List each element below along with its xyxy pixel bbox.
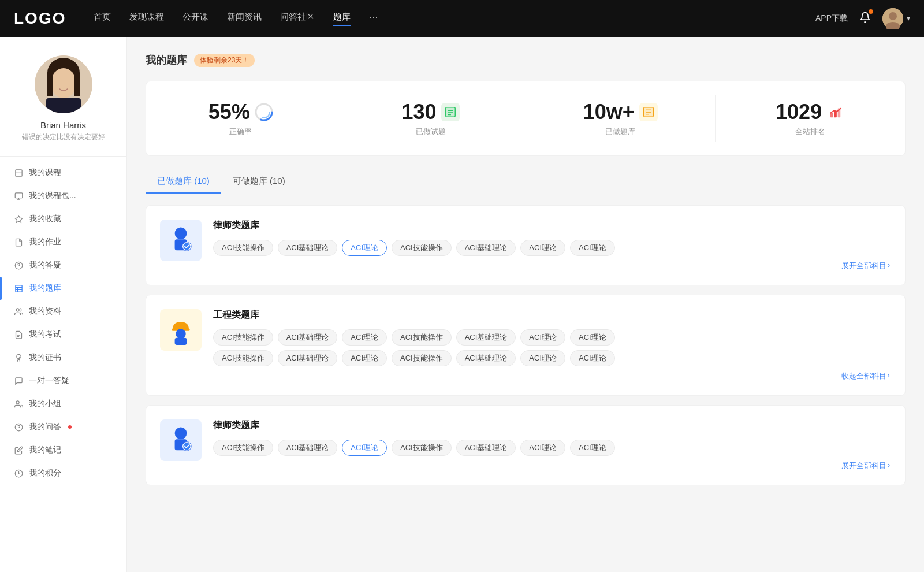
svg-point-32 bbox=[258, 106, 270, 118]
nav-question-bank[interactable]: 题库 bbox=[333, 12, 351, 26]
notification-bell[interactable] bbox=[859, 12, 871, 26]
tag-item[interactable]: ACI基础理论 bbox=[456, 329, 516, 346]
expand-chevron-icon-2: › bbox=[888, 460, 890, 471]
sidebar-item-questions[interactable]: 我的答疑 bbox=[0, 254, 126, 277]
sidebar-item-answers[interactable]: 我的问答 bbox=[0, 415, 126, 439]
user-avatar-wrapper[interactable]: ▾ bbox=[882, 8, 910, 29]
tag-item[interactable]: ACI基础理论 bbox=[456, 240, 516, 256]
exam-icon bbox=[14, 330, 23, 339]
tag-item[interactable]: ACI理论 bbox=[570, 240, 615, 256]
navbar-right: APP下载 ▾ bbox=[815, 8, 910, 29]
tag-item[interactable]: ACI理论 bbox=[520, 329, 565, 346]
tag-item[interactable]: ACI技能操作 bbox=[392, 329, 452, 346]
tag-item[interactable]: ACI理论 bbox=[570, 350, 615, 366]
tag-item-active[interactable]: ACI理论 bbox=[342, 240, 387, 256]
sidebar: Brian Harris 错误的决定比没有决定要好 我的课程 我的课程包... bbox=[0, 37, 127, 572]
answers-icon bbox=[14, 422, 23, 432]
expand-button-2[interactable]: 展开全部科目 › bbox=[213, 460, 891, 471]
svg-rect-12 bbox=[15, 192, 23, 198]
lawyer-icon-wrap-2 bbox=[160, 419, 202, 461]
tab-available[interactable]: 可做题库 (10) bbox=[221, 170, 297, 194]
tag-item[interactable]: ACI技能操作 bbox=[213, 440, 273, 456]
tab-done[interactable]: 已做题库 (10) bbox=[146, 170, 221, 194]
stat-top: 130 bbox=[402, 100, 460, 124]
favorites-icon bbox=[14, 214, 23, 224]
expand-button[interactable]: 展开全部科目 › bbox=[213, 261, 891, 271]
stats-bar: 55% 正确率 130 bbox=[146, 81, 906, 156]
tag-item[interactable]: ACI技能操作 bbox=[392, 240, 452, 256]
sidebar-item-one-on-one[interactable]: 一对一答疑 bbox=[0, 369, 126, 392]
card-body: 律师类题库 ACI技能操作 ACI基础理论 ACI理论 ACI技能操作 ACI基… bbox=[213, 419, 891, 471]
sidebar-item-points[interactable]: 我的积分 bbox=[0, 462, 126, 485]
tag-item[interactable]: ACI技能操作 bbox=[213, 240, 273, 256]
expand-chevron-icon: › bbox=[888, 261, 890, 271]
stat-ranking-value: 1029 bbox=[776, 100, 822, 124]
expand-label-2: 展开全部科目 bbox=[841, 460, 886, 471]
qbank-list: 律师类题库 ACI技能操作 ACI基础理论 ACI理论 ACI技能操作 ACI基… bbox=[146, 205, 906, 495]
card-body: 律师类题库 ACI技能操作 ACI基础理论 ACI理论 ACI技能操作 ACI基… bbox=[213, 220, 891, 271]
nav-discover[interactable]: 发现课程 bbox=[129, 12, 164, 26]
tag-item[interactable]: ACI基础理论 bbox=[456, 440, 516, 456]
stat-done-questions: 130 已做试题 bbox=[336, 95, 526, 142]
tag-item[interactable]: ACI基础理论 bbox=[278, 329, 338, 346]
sidebar-item-course-packages[interactable]: 我的课程包... bbox=[0, 184, 126, 207]
tag-item[interactable]: ACI理论 bbox=[342, 350, 387, 366]
tag-row: ACI技能操作 ACI基础理论 ACI理论 ACI技能操作 ACI基础理论 AC… bbox=[213, 240, 891, 256]
tag-item[interactable]: ACI理论 bbox=[570, 329, 615, 346]
svg-marker-15 bbox=[15, 216, 23, 222]
tag-item[interactable]: ACI基础理论 bbox=[456, 350, 516, 366]
sidebar-item-courses[interactable]: 我的课程 bbox=[0, 161, 126, 184]
tag-item[interactable]: ACI理论 bbox=[520, 440, 565, 456]
sidebar-item-profile-data[interactable]: 我的资料 bbox=[0, 300, 126, 323]
svg-rect-10 bbox=[15, 169, 21, 176]
tag-item[interactable]: ACI基础理论 bbox=[278, 240, 338, 256]
tag-item[interactable]: ACI技能操作 bbox=[213, 329, 273, 346]
tag-item[interactable]: ACI理论 bbox=[520, 240, 565, 256]
nav-home[interactable]: 首页 bbox=[94, 12, 111, 26]
sidebar-item-exam[interactable]: 我的考试 bbox=[0, 323, 126, 346]
sidebar-item-label: 我的作业 bbox=[29, 237, 61, 247]
trial-badge: 体验剩余23天！ bbox=[194, 54, 255, 67]
nav-qa[interactable]: 问答社区 bbox=[280, 12, 315, 26]
tag-item[interactable]: ACI理论 bbox=[570, 440, 615, 456]
qbank-card-lawyer-2: 律师类题库 ACI技能操作 ACI基础理论 ACI理论 ACI技能操作 ACI基… bbox=[146, 405, 906, 485]
card-inner: 律师类题库 ACI技能操作 ACI基础理论 ACI理论 ACI技能操作 ACI基… bbox=[160, 419, 891, 471]
notification-badge bbox=[869, 9, 873, 14]
app-download-link[interactable]: APP下载 bbox=[815, 13, 848, 24]
tag-item[interactable]: ACI基础理论 bbox=[278, 440, 338, 456]
svg-rect-7 bbox=[47, 73, 53, 96]
sidebar-item-group[interactable]: 我的小组 bbox=[0, 392, 126, 415]
homework-icon bbox=[14, 237, 23, 247]
sidebar-item-notes[interactable]: 我的笔记 bbox=[0, 439, 126, 462]
nav-news[interactable]: 新闻资讯 bbox=[227, 12, 262, 26]
card-inner: 工程类题库 ACI技能操作 ACI基础理论 ACI理论 ACI技能操作 ACI基… bbox=[160, 309, 891, 381]
tag-item[interactable]: ACI技能操作 bbox=[392, 350, 452, 366]
stat-done-banks-label: 已做题库 bbox=[605, 127, 635, 137]
sidebar-item-label: 我的小组 bbox=[29, 399, 61, 409]
tag-item[interactable]: ACI理论 bbox=[520, 350, 565, 366]
tag-item-active[interactable]: ACI理论 bbox=[342, 440, 387, 456]
stat-done-banks-value: 10w+ bbox=[583, 100, 635, 124]
collapse-label: 收起全部科目 bbox=[841, 371, 886, 381]
stat-ranking: 1029 全站排名 bbox=[716, 95, 905, 142]
tag-item[interactable]: ACI技能操作 bbox=[392, 440, 452, 456]
tag-row: ACI技能操作 ACI基础理论 ACI理论 ACI技能操作 ACI基础理论 AC… bbox=[213, 440, 891, 456]
qbank-card-lawyer-1: 律师类题库 ACI技能操作 ACI基础理论 ACI理论 ACI技能操作 ACI基… bbox=[146, 205, 906, 285]
svg-point-26 bbox=[16, 400, 19, 403]
nav-more[interactable]: ··· bbox=[369, 12, 378, 26]
sidebar-item-homework[interactable]: 我的作业 bbox=[0, 231, 126, 254]
question-bank-icon bbox=[14, 284, 23, 293]
collapse-button[interactable]: 收起全部科目 › bbox=[213, 371, 891, 381]
sidebar-item-label: 我的题库 bbox=[29, 283, 61, 294]
sidebar-item-certificate[interactable]: 我的证书 bbox=[0, 346, 126, 369]
sidebar-item-favorites[interactable]: 我的收藏 bbox=[0, 207, 126, 231]
tag-item[interactable]: ACI基础理论 bbox=[278, 350, 338, 366]
nav-open-course[interactable]: 公开课 bbox=[182, 12, 208, 26]
svg-point-53 bbox=[175, 427, 187, 439]
sidebar-item-question-bank[interactable]: 我的题库 bbox=[0, 277, 126, 300]
tag-item[interactable]: ACI技能操作 bbox=[213, 350, 273, 366]
main-content: 我的题库 体验剩余23天！ 55% 正确率 bbox=[127, 37, 924, 572]
tabs: 已做题库 (10) 可做题库 (10) bbox=[146, 170, 906, 194]
tag-item[interactable]: ACI理论 bbox=[342, 329, 387, 346]
qbank-title: 律师类题库 bbox=[213, 220, 891, 232]
